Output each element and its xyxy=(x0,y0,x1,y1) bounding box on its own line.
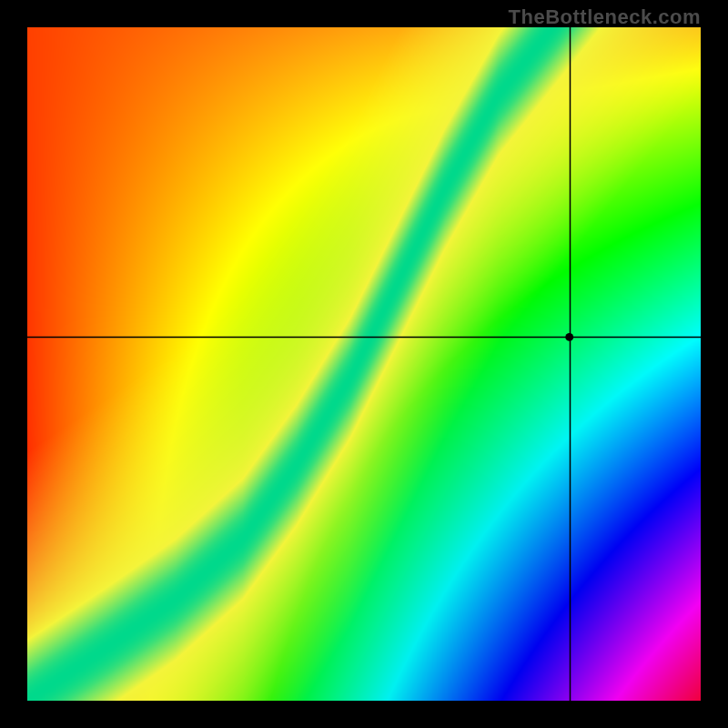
bottleneck-heatmap xyxy=(27,27,701,701)
chart-frame: TheBottleneck.com xyxy=(0,0,728,728)
watermark-text: TheBottleneck.com xyxy=(509,5,701,29)
